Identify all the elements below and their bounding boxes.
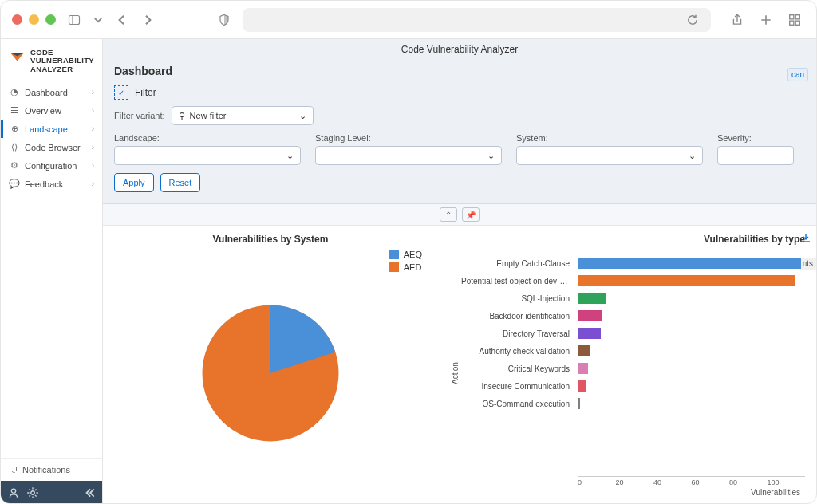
sidebar-item-configuration[interactable]: ⚙Configuration›: [1, 156, 102, 175]
axis-tick: 20: [616, 477, 654, 486]
sidebar: CODE VULNERABILITY ANALYZER ◔Dashboard› …: [1, 39, 103, 504]
notifications-row[interactable]: 🗨Notifications: [1, 458, 102, 481]
sidebar-item-landscape[interactable]: ⊕Landscape›: [1, 120, 102, 138]
close-window-button[interactable]: [12, 14, 22, 25]
bar-y-axis-label: Action: [449, 250, 461, 497]
dashboard-header: Dashboard: [103, 60, 816, 85]
system-select[interactable]: ⌄: [516, 146, 703, 165]
window-controls: [12, 14, 56, 25]
notifications-label: Notifications: [22, 465, 70, 474]
bars-container: Empty Catch-ClausePotential test object …: [461, 250, 805, 476]
user-icon[interactable]: [7, 486, 20, 499]
axis-tick: 80: [729, 477, 768, 486]
chevron-down-icon: ⌄: [286, 151, 294, 161]
sidebar-item-label: Overview: [25, 106, 61, 116]
share-icon[interactable]: [727, 10, 748, 30]
bar-track: [578, 328, 805, 339]
landscape-select[interactable]: ⌄: [114, 146, 301, 165]
privacy-shield-icon[interactable]: [214, 10, 235, 30]
sidebar-item-overview[interactable]: ☰Overview›: [1, 101, 102, 120]
bar-fill: [578, 328, 601, 339]
sidebar-toggle-button[interactable]: [64, 10, 85, 30]
filter-variant-value: New filter: [190, 111, 227, 120]
sidebar-item-feedback[interactable]: 💬Feedback›: [1, 175, 102, 193]
bar-chart-panel: Vulnerabilities by type nts Action Empty…: [438, 226, 816, 504]
pie-chart-panel: Vulnerabilities by System AEQ AED: [103, 226, 438, 504]
legend-swatch: [389, 250, 399, 259]
filter-title: Filter: [135, 87, 156, 98]
bar-row: Backdoor identification: [461, 307, 805, 325]
bar-label: Backdoor identification: [461, 312, 573, 321]
legend-swatch: [389, 262, 399, 272]
pin-button[interactable]: 📌: [462, 207, 480, 222]
apply-button[interactable]: Apply: [114, 173, 154, 192]
sidebar-item-label: Configuration: [25, 161, 77, 171]
minimize-window-button[interactable]: [29, 14, 39, 25]
sidebar-item-code-browser[interactable]: ⟨⟩Code Browser›: [1, 138, 102, 156]
app-logo: CODE VULNERABILITY ANALYZER: [1, 39, 102, 83]
settings-icon[interactable]: [26, 486, 39, 499]
dropdown-chevron-icon[interactable]: [93, 10, 104, 30]
collapse-sidebar-icon[interactable]: [83, 486, 96, 499]
staging-label: Staging Level:: [315, 133, 502, 143]
bar-track: [578, 363, 805, 374]
bar-label: Critical Keywords: [461, 364, 573, 373]
bar-row: Potential test object on dev-system: [461, 272, 805, 289]
chevron-right-icon: ›: [92, 161, 94, 170]
severity-label: Severity:: [717, 133, 794, 143]
bar-label: Directory Traversal: [461, 329, 573, 338]
forward-button[interactable]: [137, 10, 158, 30]
charts-area: Vulnerabilities by System AEQ AED Vulner…: [103, 226, 816, 504]
severity-select[interactable]: [717, 146, 794, 165]
chevron-right-icon: ›: [92, 88, 94, 96]
filter-variant-label: Filter variant:: [114, 111, 165, 120]
bar-track: [578, 310, 805, 321]
bar-row: SQL-Injection: [461, 289, 805, 307]
sidebar-nav: ◔Dashboard› ☰Overview› ⊕Landscape› ⟨⟩Cod…: [1, 83, 102, 193]
new-tab-icon[interactable]: [756, 10, 776, 30]
maximize-window-button[interactable]: [45, 14, 56, 25]
address-bar[interactable]: [243, 8, 711, 32]
svg-rect-7: [795, 21, 799, 25]
filter-variant-select[interactable]: ⚲New filter ⌄: [172, 106, 314, 125]
sidebar-item-label: Landscape: [25, 124, 68, 134]
app-title: Code Vulnerability Analyzer: [103, 39, 816, 60]
pie-legend: AEQ AED: [389, 250, 422, 272]
chevron-down-icon: ⌄: [487, 151, 495, 161]
bar-track: [578, 275, 805, 286]
reset-button[interactable]: Reset: [160, 173, 201, 192]
gear-icon: ⚙: [9, 160, 20, 171]
main-content: Code Vulnerability Analyzer Dashboard ca…: [103, 39, 816, 504]
chevron-down-icon: ⌄: [689, 151, 696, 161]
svg-rect-0: [69, 15, 80, 24]
export-icon[interactable]: [800, 232, 811, 246]
collapse-up-button[interactable]: ⌃: [440, 207, 457, 222]
bar-label: Authority check validation: [461, 347, 573, 356]
sidebar-item-dashboard[interactable]: ◔Dashboard›: [1, 83, 102, 101]
bar-fill: [578, 363, 588, 374]
tab-grid-icon[interactable]: [784, 10, 805, 30]
bar-x-axis: 020406080100: [578, 476, 805, 486]
bar-track: [578, 293, 805, 304]
bar-fill: [578, 345, 590, 356]
logo-text-3: ANALYZER: [30, 65, 94, 73]
reload-icon[interactable]: [682, 10, 703, 30]
legend-label: AEQ: [404, 250, 422, 259]
axis-tick: 40: [653, 477, 692, 486]
back-button[interactable]: [112, 10, 132, 30]
bar-fill: [578, 398, 580, 409]
filter-panel: can ✓ Filter Filter variant: ⚲New filter…: [103, 85, 816, 204]
chevron-right-icon: ›: [92, 143, 94, 152]
filter-expand-toggle[interactable]: ✓: [114, 85, 128, 100]
bar-label: Insecure Communication: [461, 382, 573, 391]
staging-select[interactable]: ⌄: [315, 146, 502, 165]
system-label: System:: [516, 133, 703, 143]
legend-label: AED: [404, 262, 422, 272]
bar-track: [578, 380, 805, 392]
can-pill[interactable]: can: [787, 68, 808, 81]
chevron-down-icon: ⌄: [299, 111, 306, 121]
bar-track: [578, 345, 805, 356]
svg-rect-5: [795, 14, 799, 18]
sidebar-item-label: Dashboard: [25, 88, 68, 97]
bar-chart-title: Vulnerabilities by type: [449, 234, 805, 245]
